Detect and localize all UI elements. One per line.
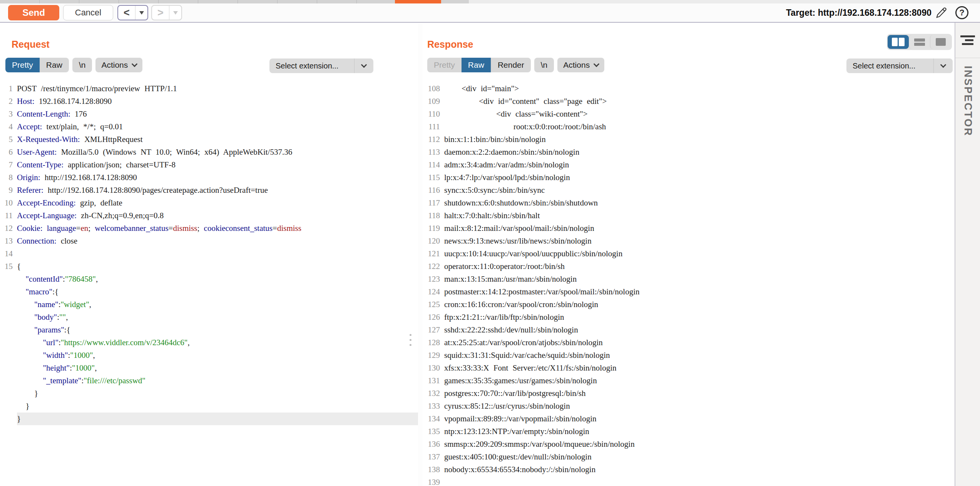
line-number: 136 — [423, 438, 444, 451]
line-number: 115 — [423, 171, 444, 184]
code-text: } — [17, 400, 418, 413]
code-text: vpopmail:x:89:89::/var/vpopmail:/sbin/no… — [444, 413, 954, 425]
layout-single-button[interactable] — [930, 35, 951, 49]
line-number — [0, 324, 17, 336]
line-number — [0, 413, 17, 425]
code-line: "name":"widget", — [0, 298, 418, 311]
back-button[interactable]: < — [118, 6, 135, 20]
toolbar: Send Cancel < > Target: http://192.168.1… — [0, 3, 980, 22]
back-history-dropdown[interactable] — [135, 6, 147, 20]
code-line: 136smmsp:x:209:209:smmsp:/var/spool/mque… — [423, 438, 954, 451]
layout-columns-button[interactable] — [888, 35, 909, 49]
code-line: } — [0, 413, 418, 425]
line-number: 109 — [423, 95, 444, 108]
response-editor[interactable]: 108 <div id="main">109 <div id="content"… — [423, 82, 954, 486]
code-text: Accept-Language: zh-CN,zh;q=0.9,en;q=0.8 — [17, 209, 418, 222]
forward-button[interactable]: > — [152, 6, 169, 20]
code-text: "macro":{ — [17, 286, 418, 298]
code-line: 126ftp:x:21:21::/var/lib/ftp:/sbin/nolog… — [423, 311, 954, 324]
code-line: 120news:x:9:13:news:/usr/lib/news:/sbin/… — [423, 235, 954, 247]
layout-rows-button[interactable] — [909, 35, 930, 49]
response-actions-menu[interactable]: Actions — [557, 58, 604, 72]
select-extension-label: Select extension... — [269, 62, 354, 70]
response-tabrow: Pretty Raw Render \n Actions — [427, 58, 604, 72]
code-line: "url":"https://www.viddler.com/v/23464dc… — [0, 336, 418, 349]
line-number: 125 — [423, 298, 444, 311]
inspector-sidebar[interactable]: INSPECTOR — [955, 23, 980, 486]
response-tab-newline[interactable]: \n — [534, 58, 554, 72]
inspector-header[interactable] — [955, 23, 980, 58]
code-line: 112bin:x:1:1:bin:/bin:/sbin/nologin — [423, 133, 954, 146]
code-line: 5X-Requested-With: XMLHttpRequest — [0, 133, 418, 146]
send-button[interactable]: Send — [8, 5, 59, 20]
code-line: 8Origin: http://192.168.174.128:8090 — [0, 171, 418, 184]
request-tab-pretty[interactable]: Pretty — [5, 58, 40, 72]
code-line: 13Connection: close — [0, 235, 418, 247]
inspector-collapse-icon — [960, 35, 975, 45]
select-extension-chevron[interactable] — [354, 58, 373, 73]
line-number: 134 — [423, 413, 444, 425]
code-line: 123man:x:13:15:man:/usr/man:/sbin/nologi… — [423, 273, 954, 286]
code-line: 15{ — [0, 260, 418, 273]
line-number: 138 — [423, 463, 444, 476]
code-text: User-Agent: Mozilla/5.0 (Windows NT 10.0… — [17, 146, 418, 159]
code-text: POST /rest/tinymce/1/macro/preview HTTP/… — [17, 82, 418, 95]
select-extension-chevron[interactable] — [933, 58, 953, 73]
code-line: 137guest:x:405:100:guest:/dev/null:/sbin… — [423, 451, 954, 463]
line-number — [0, 298, 17, 311]
code-line: "width":"1000", — [0, 349, 418, 362]
code-text: "contentId":"786458", — [17, 273, 418, 286]
line-number: 2 — [0, 95, 17, 108]
line-number: 12 — [0, 222, 17, 235]
response-tab-pretty[interactable]: Pretty — [427, 58, 462, 72]
cancel-button[interactable]: Cancel — [63, 5, 113, 20]
code-text: Connection: close — [17, 235, 418, 247]
code-text: cron:x:16:16:cron:/var/spool/cron:/sbin/… — [444, 298, 954, 311]
code-text: "width":"1000", — [17, 349, 418, 362]
response-select-extension-dropdown[interactable]: Select extension... — [846, 58, 953, 73]
request-tab-newline[interactable]: \n — [72, 58, 92, 72]
target-bar: Target: http://192.168.174.128:8090 — [786, 3, 932, 22]
target-url: http://192.168.174.128:8090 — [818, 8, 932, 18]
line-number: 11 — [0, 209, 17, 222]
code-line: 9Referer: http://192.168.174.128:8090/pa… — [0, 184, 418, 197]
code-text: Content-Length: 176 — [17, 108, 418, 120]
code-line: 108 <div id="main"> — [423, 82, 954, 95]
code-text: adm:x:3:4:adm:/var/adm:/sbin/nologin — [444, 159, 954, 171]
code-line: 133cyrus:x:85:12::/usr/cyrus:/sbin/nolog… — [423, 400, 954, 413]
code-line: 1POST /rest/tinymce/1/macro/preview HTTP… — [0, 82, 418, 95]
request-tab-raw[interactable]: Raw — [40, 58, 69, 72]
code-line: 138nobody:x:65534:65534:nobody:/:/sbin/n… — [423, 463, 954, 476]
line-number: 135 — [423, 425, 444, 438]
code-text: cyrus:x:85:12::/usr/cyrus:/sbin/nologin — [444, 400, 954, 413]
panel-splitter-handle[interactable] — [409, 334, 412, 351]
line-number: 3 — [0, 108, 17, 120]
dropdown-triangle-icon — [173, 11, 178, 15]
code-text: mail:x:8:12:mail:/var/spool/mail:/sbin/n… — [444, 222, 954, 235]
help-icon[interactable]: ? — [955, 6, 968, 19]
line-number: 6 — [0, 146, 17, 159]
code-line: 14 — [0, 247, 418, 260]
code-text: Accept: text/plain, */*; q=0.01 — [17, 120, 418, 133]
code-line: 3Content-Length: 176 — [0, 108, 418, 120]
request-editor[interactable]: 1POST /rest/tinymce/1/macro/preview HTTP… — [0, 82, 418, 486]
line-number: 1 — [0, 82, 17, 95]
code-text: postgres:x:70:70::/var/lib/postgresql:/b… — [444, 387, 954, 400]
code-text: "name":"widget", — [17, 298, 418, 311]
line-number: 122 — [423, 260, 444, 273]
forward-history-dropdown[interactable] — [169, 6, 181, 20]
code-text: news:x:9:13:news:/usr/lib/news:/sbin/nol… — [444, 235, 954, 247]
code-text: xfs:x:33:33:X Font Server:/etc/X11/fs:/s… — [444, 362, 954, 374]
edit-target-pencil-icon[interactable] — [935, 7, 948, 19]
line-number: 119 — [423, 222, 444, 235]
code-text: guest:x:405:100:guest:/dev/null:/sbin/no… — [444, 451, 954, 463]
code-line: 110 <div class="wiki-content"> — [423, 108, 954, 120]
line-number: 4 — [0, 120, 17, 133]
response-tab-raw[interactable]: Raw — [462, 58, 491, 72]
code-text: sshd:x:22:22:sshd:/dev/null:/sbin/nologi… — [444, 324, 954, 336]
dropdown-triangle-icon — [139, 11, 144, 15]
request-select-extension-dropdown[interactable]: Select extension... — [269, 58, 373, 73]
line-number: 139 — [423, 476, 444, 486]
response-tab-render[interactable]: Render — [491, 58, 531, 72]
request-actions-menu[interactable]: Actions — [95, 58, 142, 72]
